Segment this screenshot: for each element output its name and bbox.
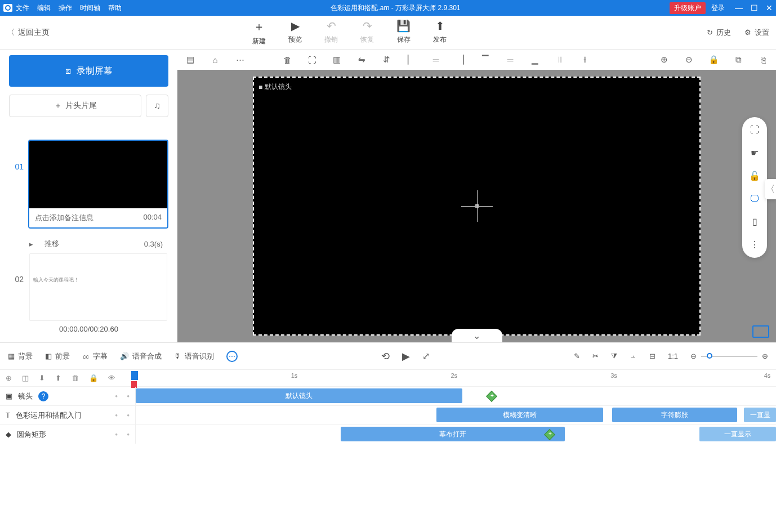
- bg-button[interactable]: ▦背景: [8, 351, 33, 361]
- keyframe-dot[interactable]: ●: [127, 432, 130, 437]
- add-keyframe-button[interactable]: [486, 391, 497, 402]
- mobile-icon[interactable]: ▯: [752, 216, 757, 227]
- intro-outro-button[interactable]: ＋ 片头片尾: [9, 95, 141, 117]
- timeline-clip[interactable]: 一直显示: [699, 427, 776, 441]
- record-screen-button[interactable]: ⧇ 录制屏幕: [9, 55, 168, 87]
- expand-button[interactable]: ⤢: [422, 351, 430, 361]
- asr-button[interactable]: 🎙语音识别: [174, 351, 214, 361]
- tool-align-left[interactable]: ▤: [185, 55, 195, 65]
- keyframe-dot[interactable]: ●: [115, 394, 118, 399]
- edit-icon[interactable]: ✎: [574, 352, 580, 360]
- download-icon[interactable]: ⬇: [39, 374, 45, 382]
- monitor-icon[interactable]: 🖵: [750, 194, 759, 204]
- trash-icon[interactable]: 🗑: [72, 374, 79, 382]
- tool-flip-h[interactable]: ⇋: [356, 55, 367, 65]
- keyframe-dot[interactable]: ●: [115, 413, 118, 418]
- keyframe-dot[interactable]: ●: [127, 394, 130, 399]
- canvas-stage[interactable]: ■ 默认镜头 ⌄: [177, 70, 776, 342]
- menu-timeline[interactable]: 时间轴: [80, 3, 100, 13]
- close-button[interactable]: ✕: [766, 3, 773, 12]
- playhead[interactable]: [131, 371, 138, 388]
- tool-align-m[interactable]: ═: [505, 55, 515, 65]
- upgrade-button[interactable]: 升级账户: [670, 2, 706, 14]
- tts-button[interactable]: 🔊语音合成: [120, 351, 162, 361]
- filter-icon[interactable]: ⧩: [611, 352, 617, 361]
- scene-card[interactable]: 输入今天的课程吧！: [28, 252, 168, 321]
- tool-home[interactable]: ⌂: [210, 55, 220, 65]
- transition-row[interactable]: ▸推移0.3(s): [9, 235, 168, 252]
- keyframe-dot[interactable]: ●: [115, 432, 118, 437]
- music-button[interactable]: ♫: [146, 95, 168, 117]
- fg-button[interactable]: ◧前景: [45, 351, 70, 361]
- tool-delete[interactable]: 🗑: [282, 55, 292, 65]
- chevron-left-icon: 〈: [7, 28, 15, 38]
- tool-flip-v[interactable]: ⇵: [381, 55, 391, 65]
- menu-edit[interactable]: 编辑: [37, 3, 51, 13]
- scene-card[interactable]: 点击添加备注信息00:04: [28, 140, 168, 229]
- zoom-in-button[interactable]: ⊕: [659, 55, 669, 65]
- folder-icon[interactable]: ◫: [22, 374, 29, 382]
- upload-icon[interactable]: ⬆: [55, 374, 61, 382]
- unlock-icon[interactable]: 🔓: [749, 171, 760, 181]
- rewind-button[interactable]: ⟲: [381, 350, 390, 363]
- action-保存[interactable]: 💾保存: [396, 19, 411, 46]
- tool-align-c[interactable]: ═: [431, 55, 441, 65]
- tool-dist-h[interactable]: ⫴: [555, 55, 565, 65]
- menu-file[interactable]: 文件: [16, 3, 29, 13]
- pointer-icon[interactable]: ☛: [751, 147, 759, 158]
- timeline-ruler[interactable]: 1s2s3s4s: [131, 370, 770, 386]
- ratio-icon[interactable]: ⊟: [649, 352, 655, 360]
- expand-down-button[interactable]: ⌄: [452, 329, 502, 342]
- tool-align-b[interactable]: ▁: [530, 55, 540, 65]
- lock-track-icon[interactable]: 🔒: [89, 374, 98, 382]
- action-新建[interactable]: ＋新建: [252, 19, 266, 46]
- settings-button[interactable]: ⚙ 设置: [744, 28, 769, 38]
- add-track-icon[interactable]: ⊕: [6, 374, 12, 382]
- tool-align-r[interactable]: ▕: [456, 55, 466, 65]
- tool-crop[interactable]: ⛶: [307, 55, 317, 65]
- track-content[interactable]: 默认镜头: [135, 387, 776, 405]
- expand-right-button[interactable]: 〈: [765, 179, 776, 199]
- menu-help[interactable]: 帮助: [108, 3, 122, 13]
- action-预览[interactable]: ▶预览: [288, 19, 302, 46]
- track-content[interactable]: 幕布打开一直显示: [135, 425, 776, 444]
- zoom-out-button[interactable]: ⊖: [684, 55, 694, 65]
- timeline-clip[interactable]: 模糊变清晰: [436, 408, 603, 422]
- action-发布[interactable]: ⬆发布: [433, 19, 447, 46]
- timeline-clip[interactable]: 幕布打开: [341, 427, 565, 441]
- minimize-button[interactable]: ―: [735, 3, 743, 12]
- keyframe-dot[interactable]: ●: [127, 413, 130, 418]
- tool-more[interactable]: ⋯: [235, 55, 245, 65]
- subtitle-button[interactable]: ㏄字幕: [82, 351, 108, 361]
- history-button[interactable]: ↻ 历史: [707, 28, 731, 38]
- lock-button[interactable]: 🔒: [708, 55, 719, 65]
- copy-button[interactable]: ⧉: [733, 55, 743, 65]
- tool-align-t[interactable]: ▔: [480, 55, 490, 65]
- paste-button[interactable]: ⎘: [758, 55, 768, 65]
- eye-icon[interactable]: 👁: [108, 374, 115, 382]
- zoom-out-icon[interactable]: ⊖: [690, 352, 697, 360]
- more-dots-icon[interactable]: ⋮: [750, 239, 759, 250]
- help-icon[interactable]: ?: [38, 391, 48, 401]
- tool-align-l[interactable]: ▏: [406, 55, 416, 65]
- cut-icon[interactable]: ✂: [592, 352, 599, 360]
- zoom-slider[interactable]: [701, 356, 757, 357]
- tool-dist-v[interactable]: ⫲: [579, 55, 590, 65]
- fit-icon[interactable]: 1:1: [668, 352, 678, 360]
- adjust-icon[interactable]: ⫠: [630, 352, 637, 360]
- menu-action[interactable]: 操作: [59, 3, 72, 13]
- timeline-clip[interactable]: 字符膨胀: [612, 408, 737, 422]
- more-button[interactable]: ⋯: [226, 351, 238, 362]
- scene-note[interactable]: 点击添加备注信息: [35, 213, 93, 223]
- login-button[interactable]: 登录: [711, 3, 725, 13]
- play-button[interactable]: ▶: [402, 350, 410, 363]
- timeline-clip[interactable]: 默认镜头: [136, 388, 462, 403]
- maximize-button[interactable]: ☐: [751, 3, 758, 12]
- fullscreen-icon[interactable]: ⛶: [750, 125, 759, 135]
- timeline-clip[interactable]: 一直显: [744, 408, 776, 422]
- zoom-in-icon[interactable]: ⊕: [762, 352, 768, 360]
- tool-columns[interactable]: ▥: [332, 55, 342, 65]
- track-type-icon: T: [6, 411, 10, 419]
- track-content[interactable]: 模糊变清晰字符膨胀一直显: [135, 406, 776, 424]
- back-home-button[interactable]: 〈 返回主页: [7, 28, 50, 38]
